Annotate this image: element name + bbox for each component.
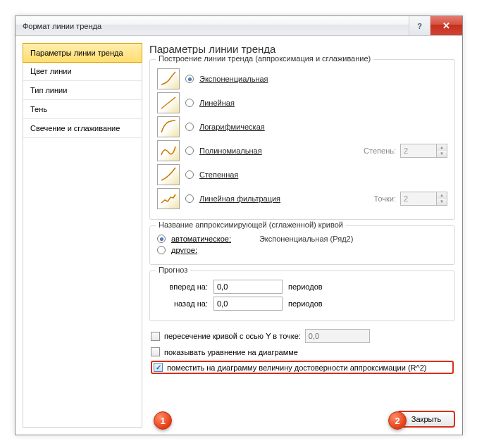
period-up: ▲ [437,192,447,199]
logarithmic-icon [157,116,180,137]
trend-row-moving-avg: Линейная фильтрация Точки: ▲▼ [157,188,447,209]
label-exponential: Экспоненциальная [199,75,268,83]
name-row-auto: автоматическое: Экспоненциальная (Ряд2) [157,235,447,243]
degree-up: ▲ [437,144,447,151]
trend-type-group: Построение линии тренда (аппроксимация и… [149,59,455,220]
forward-input[interactable] [213,280,283,294]
close-button-label: Закрыть [411,415,441,423]
auto-name-value: Экспоненциальная (Ряд2) [259,235,353,243]
show-r2-row: поместить на диаграмму величину достовер… [151,361,454,374]
trend-row-logarithmic: Логарифмическая [157,116,447,137]
dialog-title: Формат линии тренда [23,22,409,30]
degree-down: ▼ [437,151,447,157]
forecast-legend: Прогноз [156,266,190,274]
trend-row-exponential: Экспоненциальная [157,68,447,89]
main-panel: Параметры линии тренда Построение линии … [149,43,455,428]
show-r2-checkbox[interactable] [154,363,163,372]
callout-badge-1: 1 [154,411,172,430]
dialog-footer: Закрыть [149,405,455,428]
exponential-icon [157,68,180,89]
svg-line-0 [161,97,175,108]
help-button[interactable]: ? [409,16,430,35]
forecast-forward-row: вперед на: периодов [157,280,447,294]
dialog-body: Параметры линии тренда Цвет линии Тип ли… [16,36,462,435]
backward-unit: периодов [288,299,323,308]
radio-linear[interactable] [185,99,194,107]
name-legend: Название аппроксимирующей (сглаженной) к… [156,220,346,229]
label-linear: Линейная [199,99,235,107]
trendline-format-dialog: Формат линии тренда ? ✕ Параметры линии … [15,15,463,435]
backward-input[interactable] [213,297,283,311]
sidebar-item-line-color[interactable]: Цвет линии [23,62,142,81]
label-moving-avg: Линейная фильтрация [199,194,280,203]
degree-label: Степень: [364,147,396,155]
period-input [400,192,437,206]
name-group: Название аппроксимирующей (сглаженной) к… [149,225,455,265]
degree-input [400,144,437,158]
polynomial-degree: Степень: ▲▼ [364,144,447,158]
label-name-auto: автоматическое: [171,235,231,243]
radio-name-auto[interactable] [157,235,166,243]
show-eq-label: показывать уравнение на диаграмме [164,348,298,356]
show-r2-label: поместить на диаграмму величину достовер… [167,363,426,372]
period-label: Точки: [374,194,396,203]
label-name-custom: другое: [171,246,197,254]
intercept-label: пересечение кривой с осью Y в точке: [164,332,301,340]
category-sidebar: Параметры линии тренда Цвет линии Тип ли… [23,43,142,428]
radio-power[interactable] [185,170,194,179]
forward-unit: периодов [288,282,323,291]
forecast-group: Прогноз вперед на: периодов назад на: пе… [149,270,455,321]
backward-label: назад на: [157,299,208,308]
radio-moving-avg[interactable] [185,194,194,203]
label-power: Степенная [199,170,238,179]
moving-avg-icon [157,188,180,209]
intercept-row: пересечение кривой с осью Y в точке: [151,329,454,343]
sidebar-item-line-type[interactable]: Тип линии [23,81,142,100]
radio-polynomial[interactable] [185,147,194,155]
degree-spinner: ▲▼ [400,144,447,158]
moving-avg-period: Точки: ▲▼ [374,192,447,206]
trend-type-legend: Построение линии тренда (аппроксимация и… [156,54,373,63]
label-polynomial: Полиномиальная [199,147,262,155]
intercept-checkbox[interactable] [151,332,160,341]
sidebar-item-trend-params[interactable]: Параметры линии тренда [23,43,142,63]
label-logarithmic: Логарифмическая [199,123,265,131]
radio-exponential[interactable] [185,75,194,83]
forward-label: вперед на: [157,282,208,291]
forecast-backward-row: назад на: периодов [157,297,447,311]
polynomial-icon [157,140,180,161]
show-eq-checkbox[interactable] [151,347,160,356]
trend-row-linear: Линейная [157,92,447,113]
sidebar-item-glow[interactable]: Свечение и сглаживание [23,119,142,138]
period-down: ▼ [437,199,447,205]
name-row-custom: другое: [157,246,447,254]
power-icon [157,164,180,185]
period-spinner: ▲▼ [400,192,447,206]
titlebar-buttons: ? ✕ [409,16,462,35]
linear-icon [157,92,180,113]
trend-row-power: Степенная [157,164,447,185]
intercept-value [305,329,370,343]
show-eq-row: показывать уравнение на диаграмме [151,347,454,356]
trend-row-polynomial: Полиномиальная Степень: ▲▼ [157,140,447,161]
window-close-button[interactable]: ✕ [430,16,462,35]
sidebar-item-shadow[interactable]: Тень [23,100,142,119]
radio-logarithmic[interactable] [185,123,194,131]
panel-heading: Параметры линии тренда [149,43,455,55]
titlebar: Формат линии тренда ? ✕ [16,16,462,36]
radio-name-custom[interactable] [157,246,166,254]
callout-badge-2: 2 [388,411,407,430]
